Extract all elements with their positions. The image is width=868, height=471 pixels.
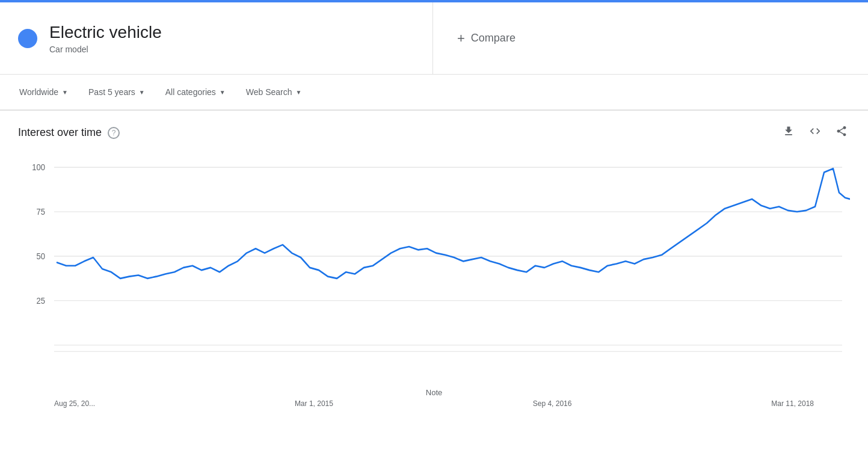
category-label: All categories xyxy=(165,87,216,97)
search-type-label: Web Search xyxy=(246,87,292,97)
embed-icon[interactable] xyxy=(807,123,823,143)
term-info: Electric vehicle Car model xyxy=(49,23,162,54)
search-term-title: Electric vehicle xyxy=(49,23,162,42)
location-dropdown-arrow: ▼ xyxy=(62,89,68,96)
interest-chart: 100 75 50 25 xyxy=(18,155,850,383)
svg-text:25: 25 xyxy=(37,297,45,306)
search-type-filter[interactable]: Web Search ▼ xyxy=(239,82,309,102)
svg-text:100: 100 xyxy=(32,163,45,172)
help-question-mark: ? xyxy=(112,129,116,137)
location-label: Worldwide xyxy=(19,87,58,97)
search-type-dropdown-arrow: ▼ xyxy=(295,89,301,96)
category-dropdown-arrow: ▼ xyxy=(220,89,226,96)
search-term-type: Car model xyxy=(49,45,162,54)
chart-container: 100 75 50 25 xyxy=(18,155,850,383)
compare-section: + Compare xyxy=(433,2,868,74)
x-label-4: Mar 11, 2018 xyxy=(771,399,814,408)
time-dropdown-arrow: ▼ xyxy=(139,89,145,96)
help-icon[interactable]: ? xyxy=(108,127,120,139)
chart-actions xyxy=(780,123,850,143)
note-label: Note xyxy=(18,388,850,397)
category-filter[interactable]: All categories ▼ xyxy=(158,82,233,102)
download-icon[interactable] xyxy=(780,123,797,143)
header: Electric vehicle Car model + Compare xyxy=(0,2,868,75)
x-axis-labels: Aug 25, 20... Mar 1, 2015 Sep 4, 2016 Ma… xyxy=(18,397,850,408)
location-filter[interactable]: Worldwide ▼ xyxy=(12,82,75,102)
compare-label: Compare xyxy=(471,32,516,45)
chart-title: Interest over time xyxy=(18,126,102,139)
main-content: Interest over time ? xyxy=(0,111,868,420)
search-term-section: Electric vehicle Car model xyxy=(0,2,433,74)
x-label-1: Aug 25, 20... xyxy=(54,399,95,408)
x-label-3: Sep 4, 2016 xyxy=(533,399,572,408)
time-filter[interactable]: Past 5 years ▼ xyxy=(81,82,152,102)
share-icon[interactable] xyxy=(833,123,850,143)
svg-text:50: 50 xyxy=(37,252,45,261)
time-label: Past 5 years xyxy=(88,87,135,97)
chart-title-area: Interest over time ? xyxy=(18,126,120,139)
compare-button[interactable]: + Compare xyxy=(457,31,516,46)
term-color-dot xyxy=(18,29,37,48)
svg-text:75: 75 xyxy=(37,208,45,217)
compare-plus-icon: + xyxy=(457,31,465,46)
chart-header: Interest over time ? xyxy=(18,123,850,143)
filter-bar: Worldwide ▼ Past 5 years ▼ All categorie… xyxy=(0,75,868,111)
x-label-2: Mar 1, 2015 xyxy=(295,399,333,408)
